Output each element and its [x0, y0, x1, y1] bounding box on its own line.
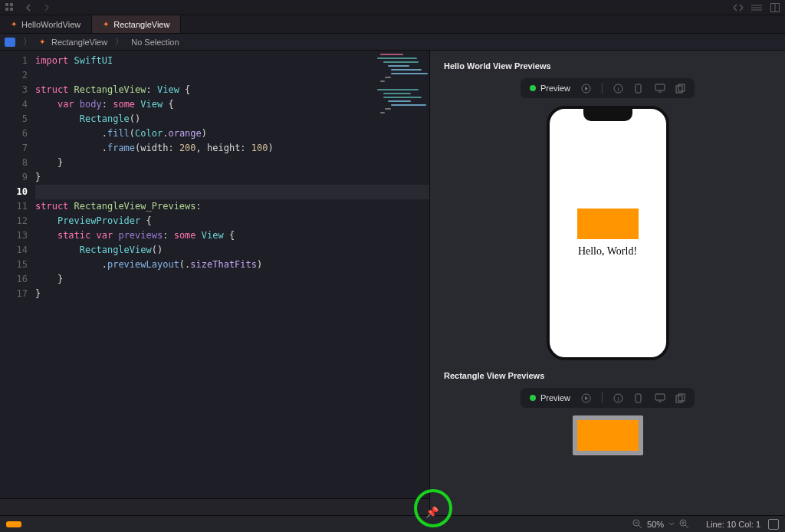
rectangle-preview — [577, 420, 639, 451]
zoom-in-icon[interactable] — [679, 519, 689, 529]
zoom-controls: 50% — [632, 519, 689, 529]
svg-rect-3 — [10, 8, 13, 11]
canvas: Hello World View Previews Preview i Hell… — [429, 51, 785, 515]
svg-rect-13 — [678, 84, 685, 91]
iphone-frame: Hello, World! — [547, 106, 669, 360]
swift-icon: ✦ — [39, 38, 45, 46]
tab-label: HelloWorldView — [21, 20, 80, 29]
preview-label: Preview — [540, 393, 570, 402]
desktop-icon[interactable] — [655, 84, 665, 94]
panel-icon[interactable] — [768, 519, 779, 530]
svg-rect-1 — [10, 3, 13, 6]
svg-text:i: i — [618, 395, 619, 402]
svg-line-26 — [685, 525, 688, 528]
line-col: Line: 10 Col: 1 — [706, 520, 760, 529]
adjust-icon[interactable] — [751, 2, 762, 13]
app-icon — [5, 38, 15, 47]
notch — [583, 109, 632, 121]
preview-controls: Preview i — [430, 388, 785, 408]
svg-rect-20 — [676, 396, 682, 402]
svg-rect-17 — [636, 394, 641, 402]
svg-rect-2 — [5, 8, 8, 11]
section-title: Hello World View Previews — [430, 51, 785, 78]
jump-selection: No Selection — [131, 38, 179, 47]
related-items-icon[interactable] — [5, 2, 15, 13]
assistant-icon[interactable] — [733, 2, 744, 13]
device-icon[interactable] — [634, 84, 644, 94]
duplicate-icon[interactable] — [675, 84, 685, 94]
swift-icon: ✦ — [11, 20, 17, 28]
jump-bar[interactable]: ✦ RectangleView No Selection — [0, 34, 785, 51]
top-toolbar — [0, 0, 785, 15]
editor-bottom-bar — [0, 498, 429, 515]
play-icon[interactable] — [581, 393, 591, 403]
phone-preview[interactable]: Hello, World! — [430, 106, 785, 360]
svg-text:i: i — [618, 85, 619, 92]
tab-rectangleview[interactable]: ✦ RectangleView — [92, 15, 181, 33]
duplicate-icon[interactable] — [675, 393, 685, 403]
svg-rect-18 — [655, 394, 665, 400]
divider — [602, 392, 603, 403]
rectangle-preview — [577, 209, 639, 239]
code[interactable]: import SwiftUI struct RectangleView: Vie… — [35, 51, 429, 515]
tab-helloworldview[interactable]: ✦ HelloWorldView — [0, 15, 92, 33]
svg-line-23 — [639, 525, 642, 528]
status-bar: 50% Line: 10 Col: 1 — [0, 515, 785, 532]
jump-file: RectangleView — [51, 38, 107, 47]
svg-rect-12 — [676, 86, 682, 93]
hello-world-text: Hello, World! — [578, 245, 637, 258]
tabs-row: ✦ HelloWorldView ✦ RectangleView — [0, 15, 785, 34]
preview-frame — [573, 415, 643, 455]
size-that-fits-preview[interactable] — [430, 415, 785, 455]
preview-controls: Preview i — [430, 78, 785, 98]
back-icon[interactable] — [23, 2, 34, 13]
chevron-down-icon[interactable] — [668, 522, 675, 527]
gutter: 1234567891011121314151617 — [0, 51, 35, 515]
section-title: Rectangle View Previews — [430, 360, 785, 388]
svg-rect-10 — [655, 84, 665, 90]
info-icon[interactable]: i — [613, 393, 623, 403]
live-dot-icon — [530, 85, 536, 91]
main: 1234567891011121314151617 import SwiftUI… — [0, 51, 785, 515]
current-line-highlight — [35, 185, 429, 199]
preview-control-bar: Preview i — [521, 388, 695, 408]
forward-icon[interactable] — [41, 2, 52, 13]
desktop-icon[interactable] — [655, 393, 665, 403]
svg-rect-9 — [636, 84, 641, 93]
info-icon[interactable]: i — [613, 84, 623, 94]
zoom-level[interactable]: 50% — [647, 520, 664, 529]
divider — [602, 83, 603, 94]
preview-button[interactable]: Preview — [530, 393, 570, 402]
live-dot-icon — [530, 395, 536, 401]
status-indicator — [6, 521, 21, 527]
svg-rect-21 — [678, 394, 685, 401]
add-editor-icon[interactable] — [770, 2, 780, 13]
preview-button[interactable]: Preview — [530, 84, 570, 93]
play-icon[interactable] — [581, 84, 591, 94]
sep-icon — [113, 36, 125, 48]
tab-label: RectangleView — [113, 20, 169, 29]
sep-icon — [21, 36, 33, 48]
preview-control-bar: Preview i — [521, 78, 695, 98]
swift-icon: ✦ — [103, 20, 109, 28]
preview-label: Preview — [540, 84, 570, 93]
editor[interactable]: 1234567891011121314151617 import SwiftUI… — [0, 51, 429, 515]
zoom-out-icon[interactable] — [632, 519, 642, 529]
device-icon[interactable] — [634, 393, 644, 403]
svg-rect-0 — [5, 3, 8, 6]
